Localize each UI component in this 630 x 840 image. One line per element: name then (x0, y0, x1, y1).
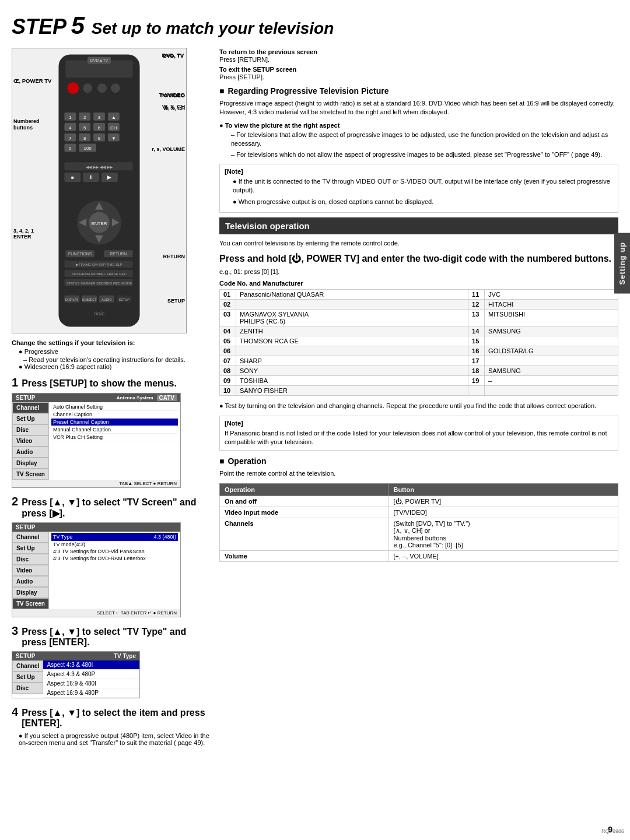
catv-label: CATV (157, 395, 177, 401)
svg-text:◀◀  ▶▶  ◀◀  ▶▶: ◀◀ ▶▶ ◀◀ ▶▶ (86, 165, 113, 169)
progressive-sub: – Read your television's operating instr… (23, 356, 210, 363)
manufacturer-06 (236, 346, 468, 356)
op-video-button: [TV/VIDEO] (388, 507, 618, 518)
tv-option-2: 4:3 TV Settings for DVD-RAM Letterbox (51, 555, 178, 562)
step-1-title: Press [SETUP] to show the menus. (22, 378, 177, 389)
setup-row-3: Channel Set Up Disc Aspect 4:3 & 480I As… (12, 660, 139, 698)
step-2-number: 2 (12, 495, 18, 508)
code-11: 11 (468, 290, 485, 300)
remote-control-box: DVD▲TV 1 2 3 ▲ (12, 48, 187, 333)
return-label: To return to the previous screen (219, 48, 317, 55)
s2-video: Video (12, 565, 49, 576)
sidebar-setup: Set Up (12, 413, 49, 424)
enter-label: 3, 4, 2, 1ENTER (13, 228, 34, 240)
op-row-volume: Volume [+, –, VOLUME] (220, 550, 618, 561)
brand-note-box: [Note] If Panasonic brand is not listed … (219, 416, 618, 451)
manufacturer-18: SAMSUNG (485, 366, 618, 376)
volume-label: r, s, VOLUME (152, 146, 185, 152)
code-row-09: 09 TOSHIBA 19 – (220, 376, 618, 386)
tv-type-label: TV Type (53, 534, 72, 540)
setup-label-1: SETUP (16, 395, 35, 401)
wxch-right-label: W, X, CH (163, 106, 185, 111)
tv-video-right-label: TV/VIDEO (160, 93, 185, 99)
note-title: [Note] (225, 168, 613, 175)
aspect-43-480i: Aspect 4:3 & 480I (43, 660, 139, 670)
code-row-04: 04 ZENITH 14 SAMSUNG (220, 326, 618, 336)
op-row-channels: Channels (Switch [DVD, TV] to "TV.") [∧,… (220, 518, 618, 550)
code-07: 07 (220, 356, 236, 366)
code-18: 18 (468, 366, 485, 376)
operation-intro: Point the remote control at the televisi… (219, 469, 618, 478)
setup-label: SETUP (167, 298, 185, 304)
code-10: 10 (220, 386, 236, 396)
s2-audio: Audio (12, 576, 49, 587)
code-13: 13 (468, 310, 485, 326)
setup-sidebar-2: Channel Set Up Disc Video Audio Display … (12, 532, 49, 609)
setup-bottom-1: TAB▲ SELECT ● RETURN (12, 480, 180, 487)
exit-label: To exit the SETUP screen (219, 66, 296, 73)
brand-note-text: If Panasonic brand is not listed or if t… (225, 429, 613, 447)
s3-disc: Disc (12, 683, 43, 694)
sidebar-display: Display (12, 458, 49, 469)
code-row-07: 07 SHARP 17 (220, 356, 618, 366)
left-column: DVD▲TV 1 2 3 ▲ (12, 48, 210, 828)
svg-text:2: 2 (83, 115, 86, 120)
svg-text:▲: ▲ (111, 115, 116, 120)
svg-text:PROGRAM ADDIDEL ERASE REC: PROGRAM ADDIDEL ERASE REC (72, 272, 127, 276)
svg-point-5 (83, 83, 92, 93)
step-3-title: Press [▲, ▼] to select "TV Type" and pre… (22, 627, 210, 648)
s2-channel: Channel (12, 532, 49, 543)
svg-text:9: 9 (98, 136, 101, 141)
setup-screen-1: SETUP Antenna System CATV Channel Set Up… (12, 393, 181, 488)
tv-mode-label: TV mode(4:3) (51, 541, 178, 548)
progressive-header: Regarding Progressive Television Picture (219, 86, 618, 96)
code-row-01: 01 Panasonic/National QUASAR 11 JVC (220, 290, 618, 300)
operation-table: Operation Button On and off [⏻, POWER TV… (219, 483, 618, 562)
setup-sidebar-3: Channel Set Up Disc (12, 660, 43, 698)
note-box: [Note] If the unit is connected to the T… (219, 164, 618, 213)
code-row-03: 03 MAGNAVOX SYLVANIAPHILIPS (RC-5) 13 MI… (220, 310, 618, 326)
numbered-buttons-label: Numberedbuttons (13, 118, 40, 131)
return-screen: To return to the previous screen (219, 48, 618, 56)
s2-tvscreen: TV Screen (12, 598, 49, 609)
step-4: 4 Press [▲, ▼] to select the item and pr… (12, 705, 210, 746)
svg-text:DVD▲TV: DVD▲TV (90, 58, 108, 62)
menu-vcr-plus: VCR Plus CH Setting (51, 434, 178, 441)
note-bullet-2: When progressive output is on, closed ca… (233, 198, 613, 206)
svg-text:6: 6 (98, 125, 101, 131)
step-4-note: ● If you select a progressive output (48… (19, 732, 210, 746)
svg-point-7 (111, 83, 120, 93)
progressive-bullet-2: For televisions which do not allow the a… (231, 150, 618, 159)
step-4-number: 4 (12, 705, 18, 719)
sidebar-audio: Audio (12, 447, 49, 458)
code-14: 14 (468, 326, 485, 336)
manufacturer-08: SONY (236, 366, 468, 376)
manufacturer-09: TOSHIBA (236, 376, 468, 386)
svg-text:3: 3 (98, 115, 101, 120)
sidebar-tvscreen: TV Screen (12, 469, 49, 480)
setup-header-1: SETUP Antenna System CATV (12, 393, 180, 402)
menu-preset-caption: Preset Channel Caption (51, 419, 178, 426)
code-17: 17 (468, 356, 485, 366)
svg-text:▶: ▶ (107, 174, 111, 180)
manufacturer-empty (485, 386, 618, 396)
aspect-options: Aspect 4:3 & 480I Aspect 4:3 & 480P Aspe… (43, 660, 139, 698)
page-title: STEP 5 Set up to match your television (12, 12, 618, 40)
op-power-button: [⏻, POWER TV] (388, 495, 618, 507)
svg-text:▶FRAME CM-SKP TIME-SLP: ▶FRAME CM-SKP TIME-SLP (76, 263, 123, 266)
code-08: 08 (220, 366, 236, 376)
setup-header-3: SETUP TV Type (12, 652, 139, 660)
op-power-label: On and off (220, 495, 388, 507)
progressive-item: ● Progressive (19, 348, 210, 355)
svg-text:STATUS MARKER DUBBING REC MODE: STATUS MARKER DUBBING REC MODE (66, 282, 132, 285)
step-number: 5 (71, 12, 92, 39)
svg-text:RETURN: RETURN (110, 252, 127, 256)
return-label: RETURN (163, 254, 186, 259)
svg-text:DISPLAY: DISPLAY (65, 298, 79, 301)
tv-operation-intro: You can control televisions by entering … (219, 239, 618, 248)
exit-setup-row: To exit the SETUP screen (219, 65, 618, 73)
svg-point-4 (67, 82, 79, 94)
manufacturer-07: SHARP (236, 356, 468, 366)
code-01: 01 (220, 290, 236, 300)
svg-text:▼: ▼ (111, 136, 116, 141)
